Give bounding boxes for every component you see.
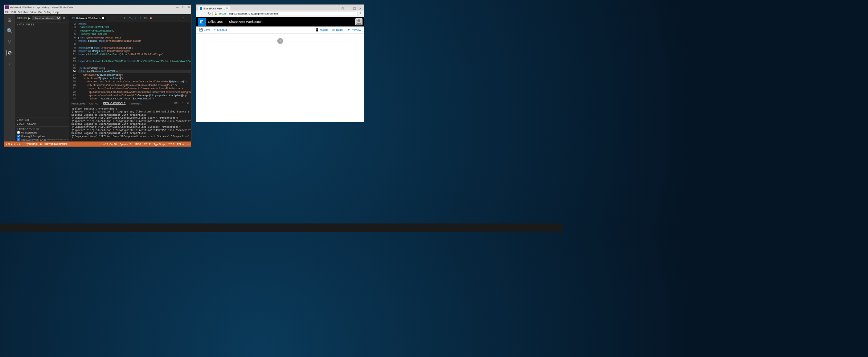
status-eol[interactable]: CRLF xyxy=(144,143,151,145)
statusbar: ⊘ 0 ▲ 8 ⓘ 1 📎 typescript ◉ HelloWorldWeb… xyxy=(4,141,191,147)
collapse-icon[interactable]: ⌃ xyxy=(181,102,183,105)
menu-debug[interactable]: Debug xyxy=(44,11,52,13)
forward-icon[interactable]: → xyxy=(203,12,206,16)
star-icon[interactable]: ☆ xyxy=(353,12,356,15)
vscode-icon xyxy=(5,5,9,9)
mobile-button[interactable]: 📱 Mobile xyxy=(315,28,328,32)
editor-tabs: TS HelloWorldWebPart.ts ⋮⋮ ⏸ ↷ ↓ ↑ ↻ ■ ◫… xyxy=(69,14,191,22)
minimize-icon[interactable]: — xyxy=(176,6,179,8)
bp-all-exceptions[interactable]: All Exceptions xyxy=(17,131,67,134)
discard-button[interactable]: ↶ Discard xyxy=(214,28,227,32)
debug-header: DEBUG ▶ Local workbench ⚙ ⋯ xyxy=(15,14,69,22)
menu-help[interactable]: Help xyxy=(53,11,58,13)
menu-edit[interactable]: Edit xyxy=(11,11,16,13)
menu-icon[interactable]: ⋮ xyxy=(359,12,363,16)
bp-checkbox[interactable] xyxy=(17,135,20,138)
step-over-icon[interactable]: ↷ xyxy=(129,16,132,20)
secure-label: Secure xyxy=(218,12,226,15)
debug-icon[interactable]: ⊘ xyxy=(7,50,12,56)
avatar[interactable] xyxy=(355,18,363,25)
breakpoints-header[interactable]: BREAKPOINTS xyxy=(15,127,69,131)
lock-icon: 🔒 xyxy=(214,12,217,15)
pause-icon[interactable]: ⏸ xyxy=(123,16,126,20)
status-spaces[interactable]: Spaces: 2 xyxy=(120,143,131,145)
activity-bar: 🗎 🔍 ⑂ ⊘ ▫ xyxy=(4,14,15,141)
chrome-window-controls: ▢ — ☐ ✕ xyxy=(339,7,364,11)
minimize-icon[interactable]: — xyxy=(347,7,350,11)
workbench-canvas[interactable]: + xyxy=(196,34,364,122)
callstack-header[interactable]: CALL STACK xyxy=(15,122,69,126)
status-lncol[interactable]: Ln 16, Col 10 xyxy=(102,143,117,145)
watch-panel: WATCH xyxy=(15,118,69,122)
reload-icon[interactable]: ↻ xyxy=(208,12,211,16)
callstack-panel: CALL STACK xyxy=(15,122,69,126)
status-tslint[interactable]: TSLint xyxy=(177,143,184,145)
status-errors[interactable]: ⊘ 0 ▲ 8 ⓘ 1 xyxy=(5,142,20,146)
bp-checkbox[interactable] xyxy=(17,131,20,134)
chrome-content: ⊞ Office 365 SharePoint Workbench 💾 Save… xyxy=(196,17,364,122)
extensions-icon[interactable]: ▫ xyxy=(7,61,12,66)
address-input[interactable]: 🔒 Secure | https://localhost:4321/temp/w… xyxy=(212,12,357,16)
vscode-window: HelloWorldWebPart.ts - spfx-debug - Visu… xyxy=(4,4,192,147)
save-button[interactable]: 💾 Save xyxy=(199,28,210,32)
close-panel-icon[interactable]: ✕ xyxy=(187,102,189,105)
code-content: import { BaseClientSideWebPart, IPropert… xyxy=(78,22,191,100)
window-title: HelloWorldWebPart.ts - spfx-debug - Visu… xyxy=(10,6,173,9)
app-launcher-icon[interactable]: ⊞ xyxy=(198,18,206,26)
step-out-icon[interactable]: ↑ xyxy=(139,16,141,20)
maximize-icon[interactable]: ☐ xyxy=(182,6,184,8)
menu-file[interactable]: File xyxy=(5,11,9,13)
more-icon[interactable]: ⋯ xyxy=(187,17,189,20)
split-editor-icon[interactable]: ◫ xyxy=(182,17,184,20)
terminal-tab-debug[interactable]: DEBUG CONSOLE xyxy=(103,102,126,105)
editor-tab[interactable]: TS HelloWorldWebPart.ts xyxy=(69,16,106,21)
status-tsversion[interactable]: 2.2.2 xyxy=(168,143,174,145)
watch-header[interactable]: WATCH xyxy=(15,118,69,122)
debug-start-icon[interactable]: ▶ xyxy=(28,17,30,20)
chrome-window: SharePoint Web Part Wo ✕ ▢ — ☐ ✕ ← → ↻ 🔒… xyxy=(196,4,364,122)
stop-icon[interactable]: ■ xyxy=(150,16,152,20)
chrome-addressbar: ← → ↻ 🔒 Secure | https://localhost:4321/… xyxy=(196,11,364,17)
workbench-title: SharePoint Workbench xyxy=(229,20,262,24)
menubar: File Edit Selection View Go Debug Help xyxy=(4,10,191,14)
status-filetype[interactable]: TypeScript xyxy=(153,143,165,145)
menu-go[interactable]: Go xyxy=(38,11,41,13)
workbench-toolbar: 💾 Save ↶ Discard 📱 Mobile ▭ Tablet 👁 Pre… xyxy=(196,26,364,34)
bp-checkbox[interactable] xyxy=(17,138,20,141)
debug-config-select[interactable]: Local workbench xyxy=(32,16,61,20)
status-lang[interactable]: 📎 typescript xyxy=(22,143,37,145)
terminal-output[interactable]: Toolbox.Success","Properties":{"appver":… xyxy=(69,107,191,138)
menu-view[interactable]: View xyxy=(30,11,36,13)
editor-actions: ◫ ⋯ xyxy=(182,17,191,20)
explorer-icon[interactable]: 🗎 xyxy=(7,17,12,23)
terminal-tab-terminal[interactable]: TERMINAL xyxy=(129,102,142,105)
close-icon[interactable]: ✕ xyxy=(359,7,362,11)
back-icon[interactable]: ← xyxy=(198,12,201,16)
tablet-button[interactable]: ▭ Tablet xyxy=(332,28,343,32)
menu-selection[interactable]: Selection xyxy=(18,11,28,13)
step-into-icon[interactable]: ↓ xyxy=(135,16,137,20)
preview-button[interactable]: 👁 Preview xyxy=(347,28,361,32)
account-icon[interactable]: ▢ xyxy=(341,7,344,11)
status-feedback-icon[interactable]: ☺ xyxy=(187,143,190,145)
bp-uncaught[interactable]: Uncaught Exceptions xyxy=(17,134,67,138)
bp-file[interactable]: HelloWorldWebPart.ts src\webparts\helloW… xyxy=(17,138,67,141)
debug-more-icon[interactable]: ⋯ xyxy=(66,17,69,20)
code-editor[interactable]: 2345678910111213141516171819202122232425… xyxy=(69,22,191,100)
status-breakpoint[interactable]: ◉ HelloWorldWebPart.ts xyxy=(40,143,67,145)
clear-icon[interactable]: ⌫ xyxy=(174,102,177,105)
add-webpart-button[interactable]: + xyxy=(277,38,283,44)
tab-close-icon[interactable]: ✕ xyxy=(226,7,228,10)
search-icon[interactable]: 🔍 xyxy=(7,28,12,34)
status-encoding[interactable]: UTF-8 xyxy=(134,143,141,145)
terminal-tab-problems[interactable]: PROBLEMS xyxy=(71,102,86,105)
git-icon[interactable]: ⑂ xyxy=(7,39,12,45)
restart-icon[interactable]: ↻ xyxy=(144,16,147,20)
variables-header[interactable]: VARIABLES xyxy=(15,22,69,26)
terminal-tab-output[interactable]: OUTPUT xyxy=(89,102,100,105)
maximize-icon[interactable]: ☐ xyxy=(353,7,356,11)
debug-settings-icon[interactable]: ⚙ xyxy=(63,17,65,20)
drag-handle-icon[interactable]: ⋮⋮ xyxy=(114,16,120,20)
close-icon[interactable]: ✕ xyxy=(188,6,190,8)
chrome-tab[interactable]: SharePoint Web Part Wo ✕ xyxy=(198,6,230,11)
